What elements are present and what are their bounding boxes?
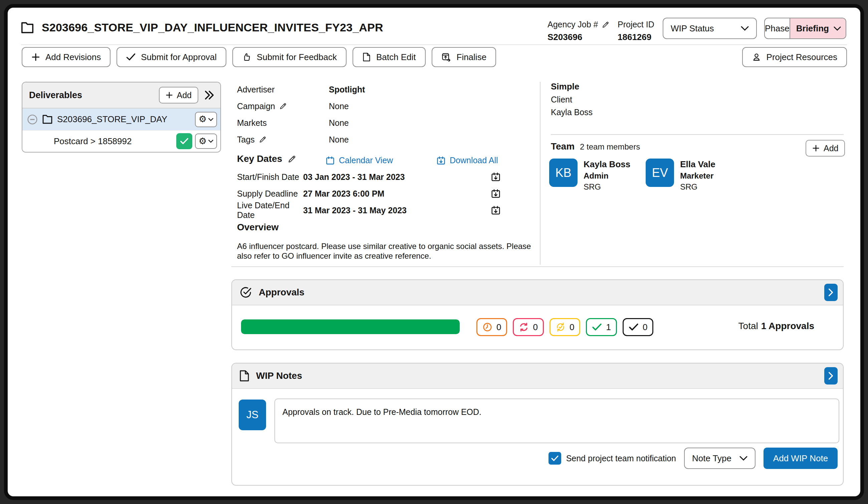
client-type: Client [551, 95, 592, 104]
deliverable-item-row[interactable]: Postcard > 1858992 ⚙ [22, 130, 220, 152]
folder-settings-button[interactable]: ⚙ [195, 112, 217, 127]
calendar-view-link[interactable]: Calendar View [326, 156, 393, 165]
note-type-select[interactable]: Note Type [684, 448, 755, 469]
deliverable-approved-button[interactable] [176, 133, 192, 149]
chevron-right-icon [828, 372, 834, 380]
section-divider [231, 266, 844, 267]
start-finish-value: 03 Jan 2023 - 31 Mar 2023 [303, 172, 491, 182]
start-finish-label: Start/Finish Date [237, 172, 303, 182]
counter-completed: 0 [623, 318, 653, 336]
agency-job-field: Agency Job # S203696 [548, 20, 610, 42]
markets-value: None [329, 118, 349, 128]
item-settings-button[interactable]: ⚙ [195, 134, 217, 149]
approvals-total: Total 1 Approvals [738, 321, 814, 332]
approvals-title: Approvals [259, 287, 818, 298]
phase-value: Briefing [796, 23, 829, 34]
send-notification-checkbox[interactable] [548, 452, 561, 465]
tags-value: None [329, 135, 349, 145]
deliverable-folder-row[interactable]: S203696_STORE_VIP_DAY ⚙ [22, 108, 220, 130]
chevron-down-icon [740, 456, 747, 461]
expand-approvals-button[interactable] [824, 284, 838, 301]
live-date-label: Live Date/End Date [237, 201, 303, 220]
wip-status-label: WIP Status [671, 23, 714, 34]
chevron-down-icon [834, 27, 841, 31]
collapse-minus-icon[interactable] [27, 114, 38, 125]
key-dates-heading: Key Dates [237, 154, 297, 164]
circle-check-icon [239, 286, 252, 299]
detail-row: Tags None [237, 131, 365, 148]
markets-label: Markets [237, 118, 267, 128]
member-role: Admin [583, 171, 630, 181]
deliverables-header: Deliverables Add [22, 82, 220, 108]
send-notification-label: Send project team notification [566, 454, 676, 463]
wip-notes-header: WIP Notes [232, 364, 843, 389]
app-window: S203696_STORE_VIP_DAY_INFLUENCER_INVITES… [4, 4, 864, 500]
submit-for-feedback-button[interactable]: Submit for Feedback [232, 47, 347, 67]
calendar-icon [326, 156, 335, 165]
check-icon [629, 323, 639, 332]
calendar-download-icon[interactable] [491, 205, 501, 215]
member-org: SRG [583, 182, 630, 192]
advertiser-label: Advertiser [237, 85, 275, 94]
supply-deadline-label: Supply Deadline [237, 189, 303, 199]
add-revisions-button[interactable]: Add Revisions [22, 47, 111, 67]
note-document-icon [239, 370, 249, 382]
client-block: Simple Client Kayla Boss [551, 82, 592, 117]
client-name: Simple [551, 82, 592, 92]
chevron-down-icon [741, 26, 749, 31]
agency-job-value: S203696 [548, 32, 610, 42]
submit-for-approval-button[interactable]: Submit for Approval [116, 47, 226, 67]
gear-icon: ⚙ [199, 115, 207, 124]
collapse-panel-icon[interactable] [204, 90, 215, 100]
team-divider [551, 134, 844, 135]
project-id-value: 1861269 [618, 32, 654, 42]
team-member: EV Ella Vale Marketer SRG [645, 159, 715, 192]
edit-pencil-icon[interactable] [288, 155, 297, 164]
person-icon [752, 52, 761, 62]
project-details: Advertiser Spotlight Campaign None Marke… [237, 81, 365, 148]
plus-icon [166, 92, 173, 99]
phase-value-dropdown[interactable]: Briefing [790, 18, 846, 38]
edit-pencil-icon[interactable] [259, 136, 267, 144]
add-wip-note-button[interactable]: Add WIP Note [764, 448, 838, 469]
add-team-member-button[interactable]: Add [806, 140, 845, 157]
key-date-row: Start/Finish Date 03 Jan 2023 - 31 Mar 2… [237, 169, 501, 185]
refresh-icon [519, 322, 529, 332]
chevron-down-icon [208, 139, 213, 143]
supply-deadline-value: 27 Mar 2023 6:00 PM [303, 189, 491, 199]
wip-status-select[interactable]: WIP Status [663, 18, 757, 39]
check-icon [180, 137, 189, 145]
counter-awaiting-approval: 0 [549, 318, 580, 336]
team-member: KB Kayla Boss Admin SRG [549, 159, 630, 192]
finalise-button[interactable]: Finalise [432, 47, 496, 67]
download-all-link[interactable]: Download All [436, 156, 498, 165]
project-id-label: Project ID [618, 20, 654, 29]
add-deliverable-button[interactable]: Add [159, 87, 198, 104]
note-author-avatar: JS [239, 400, 266, 430]
batch-edit-button[interactable]: Batch Edit [353, 47, 426, 67]
folder-icon [42, 115, 52, 124]
counter-approved: 1 [586, 318, 617, 336]
counter-overdue: 0 [476, 318, 507, 336]
expand-wip-notes-button[interactable] [824, 367, 838, 385]
member-name: Kayla Boss [583, 159, 630, 170]
check-icon [126, 53, 136, 61]
edit-pencil-icon[interactable] [602, 21, 610, 29]
deliverables-title: Deliverables [29, 90, 154, 101]
calendar-download-icon [436, 156, 446, 165]
project-resources-button[interactable]: Project Resources [742, 47, 847, 67]
tags-label: Tags [237, 135, 255, 145]
wip-note-input[interactable]: Approvals on track. Due to Pre-Media tom… [275, 399, 839, 443]
avatar[interactable]: EV [645, 159, 674, 187]
client-contact: Kayla Boss [551, 107, 592, 117]
approval-counters: 0 0 0 1 [476, 318, 653, 336]
edit-pencil-icon[interactable] [279, 102, 287, 110]
deliverables-panel: Deliverables Add S203696_STORE_VIP_DAY ⚙ [22, 82, 221, 153]
calendar-download-icon[interactable] [491, 172, 501, 182]
avatar[interactable]: KB [549, 159, 578, 187]
phase-control: Phase Briefing [764, 18, 846, 39]
project-header: S203696_STORE_VIP_DAY_INFLUENCER_INVITES… [21, 21, 383, 34]
calendar-download-icon[interactable] [491, 189, 501, 199]
agency-job-label: Agency Job # [548, 20, 598, 29]
document-icon [362, 52, 371, 62]
